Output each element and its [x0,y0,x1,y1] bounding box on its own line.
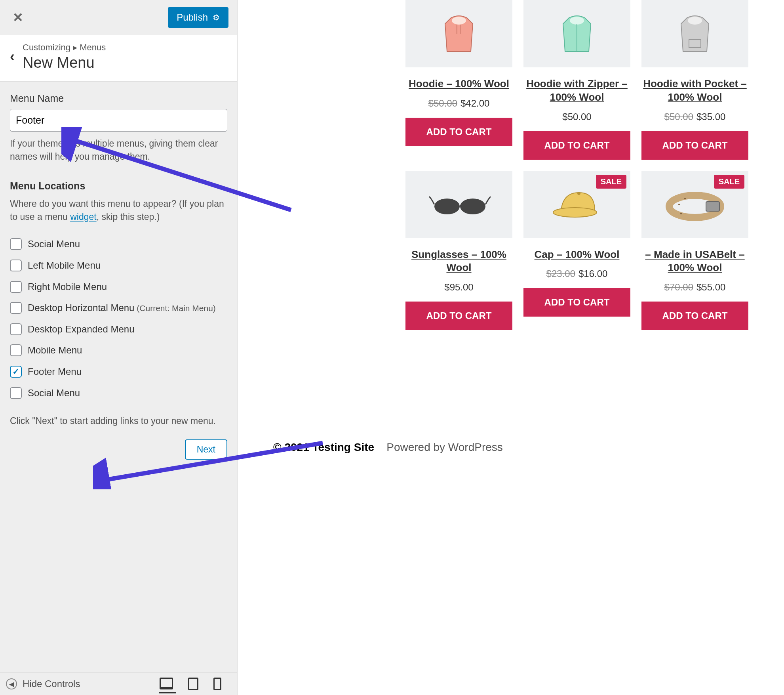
product-image[interactable]: SALE [523,171,630,238]
svg-point-13 [678,204,680,205]
location-label[interactable]: Footer Menu [28,365,82,378]
current-price: $95.00 [444,282,473,292]
location-label[interactable]: Left Mobile Menu [28,259,101,272]
location-row: Social Menu [10,233,227,255]
product-card: SALE Cap – 100% Wool $23.00$16.00 ADD TO… [523,171,630,330]
next-button[interactable]: Next [185,439,227,460]
price: $50.00$42.00 [405,98,512,109]
old-price: $50.00 [428,98,457,109]
widget-link[interactable]: widget [70,212,96,222]
menu-name-help: If your theme has multiple menus, giving… [10,137,227,164]
location-checkbox[interactable] [10,344,22,356]
svg-point-5 [434,199,460,214]
page-title: New Menu [23,54,106,71]
current-price: $16.00 [578,268,607,279]
add-to-cart-button[interactable]: ADD TO CART [523,131,630,160]
add-to-cart-button[interactable]: ADD TO CART [641,131,748,160]
current-price: $50.00 [562,111,591,122]
product-card: Hoodie with Pocket – 100% Wool $50.00$35… [641,0,748,160]
svg-rect-11 [706,202,719,211]
add-to-cart-button[interactable]: ADD TO CART [523,288,630,317]
current-price: $35.00 [696,111,725,122]
current-price: $55.00 [696,282,725,292]
price: $23.00$16.00 [523,268,630,279]
location-row: Right Mobile Menu [10,276,227,298]
location-checkbox[interactable] [10,238,22,250]
product-title[interactable]: Hoodie – 100% Wool [409,77,509,91]
desktop-icon[interactable] [160,678,173,689]
price: $95.00 [405,282,512,293]
publish-button[interactable]: Publish ⚙ [168,7,228,28]
location-row: Desktop Expanded Menu [10,319,227,340]
svg-point-0 [452,17,466,25]
site-footer: © 2021 Testing Site Powered by WordPress [273,441,748,454]
product-title[interactable]: Sunglasses – 100% Wool [405,248,512,275]
breadcrumb: Customizing ▸ Menus [23,42,106,53]
location-label[interactable]: Desktop Horizontal Menu (Current: Main M… [28,301,216,315]
current-price: $42.00 [461,98,489,109]
location-checkbox[interactable] [10,302,22,314]
product-title[interactable]: Hoodie with Pocket – 100% Wool [641,77,748,104]
preview-pane: Hoodie – 100% Wool $50.00$42.00 ADD TO C… [238,0,784,695]
close-icon[interactable]: ✕ [9,8,27,27]
location-label[interactable]: Right Mobile Menu [28,280,107,294]
sale-badge: SALE [714,175,744,189]
location-row: Desktop Horizontal Menu (Current: Main M… [10,297,227,319]
breadcrumb-row: ‹ Customizing ▸ Menus New Menu [0,35,237,82]
price: $70.00$55.00 [641,282,748,293]
tablet-icon[interactable] [188,678,198,690]
location-checkbox[interactable] [10,387,22,399]
old-price: $70.00 [664,282,693,292]
hide-controls-button[interactable]: ◀ Hide Controls [6,678,80,689]
locations-list: Social MenuLeft Mobile MenuRight Mobile … [10,233,227,403]
location-checkbox[interactable] [10,366,22,378]
location-row: Social Menu [10,382,227,404]
add-to-cart-button[interactable]: ADD TO CART [405,118,512,146]
svg-point-14 [680,213,682,214]
svg-rect-4 [689,40,701,48]
product-image[interactable] [641,0,748,67]
customizer-sidebar: ✕ Publish ⚙ ‹ Customizing ▸ Menus New Me… [0,0,238,695]
svg-point-1 [570,17,584,25]
locations-heading: Menu Locations [10,180,227,192]
locations-desc: Where do you want this menu to appear? (… [10,197,227,224]
top-bar: ✕ Publish ⚙ [0,0,237,35]
collapse-icon: ◀ [6,678,17,689]
product-image[interactable] [405,171,512,238]
bottom-bar: ◀ Hide Controls [0,672,237,695]
product-title[interactable]: Hoodie with Zipper – 100% Wool [523,77,630,104]
old-price: $23.00 [546,268,575,279]
product-title[interactable]: – Made in USABelt – 100% Wool [641,248,748,275]
product-image[interactable] [523,0,630,67]
product-card: Hoodie with Zipper – 100% Wool $50.00 AD… [523,0,630,160]
add-to-cart-button[interactable]: ADD TO CART [641,302,748,330]
location-label[interactable]: Social Menu [28,237,80,251]
svg-point-3 [688,17,702,25]
location-checkbox[interactable] [10,323,22,335]
menu-name-input[interactable] [10,109,227,132]
location-label[interactable]: Mobile Menu [28,344,82,357]
product-image[interactable]: SALE [641,171,748,238]
old-price: $50.00 [664,111,693,122]
mobile-icon[interactable] [213,678,221,690]
gear-icon[interactable]: ⚙ [213,13,220,22]
location-checkbox[interactable] [10,281,22,293]
add-to-cart-button[interactable]: ADD TO CART [405,302,512,330]
panel-body: Menu Name If your theme has multiple men… [0,82,237,672]
location-checkbox[interactable] [10,260,22,271]
location-label[interactable]: Social Menu [28,386,80,400]
product-card: Sunglasses – 100% Wool $95.00 ADD TO CAR… [405,171,512,330]
price: $50.00$35.00 [641,111,748,122]
menu-name-label: Menu Name [10,93,227,104]
back-icon[interactable]: ‹ [10,42,15,65]
location-label[interactable]: Desktop Expanded Menu [28,323,135,336]
product-image[interactable] [405,0,512,67]
svg-point-8 [553,208,597,217]
svg-point-6 [460,199,485,214]
next-help: Click "Next" to start adding links to yo… [10,414,227,428]
location-row: Mobile Menu [10,340,227,361]
product-title[interactable]: Cap – 100% Wool [535,248,620,262]
location-row: Left Mobile Menu [10,255,227,276]
publish-label: Publish [177,12,208,23]
device-switcher [160,678,231,690]
